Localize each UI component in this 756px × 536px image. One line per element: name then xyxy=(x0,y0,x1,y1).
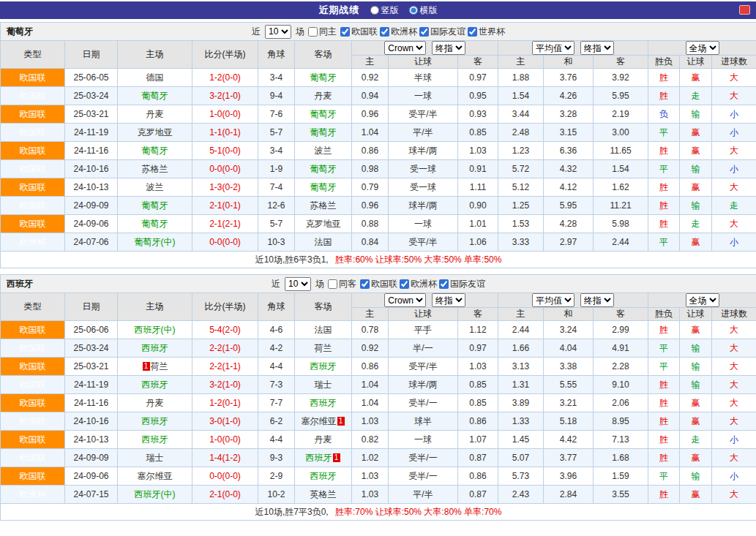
odds-home-cell: 0.98 xyxy=(352,160,389,178)
home-team-cell: 德国 xyxy=(118,69,192,87)
competition-filter[interactable]: 欧国联 xyxy=(340,26,378,38)
competition-filter[interactable]: 欧国联 xyxy=(359,278,397,290)
away-team-cell: 西班牙1 xyxy=(295,449,352,467)
avg-draw-cell: 4.32 xyxy=(544,160,594,178)
competition-filter[interactable]: 欧洲杯 xyxy=(399,278,437,290)
competition-checkbox[interactable] xyxy=(439,279,449,289)
competition-checkbox[interactable] xyxy=(419,27,429,37)
competition-checkbox[interactable] xyxy=(400,279,409,289)
horizontal-radio-input[interactable] xyxy=(409,6,418,15)
home-team-cell: 西班牙 xyxy=(118,339,192,358)
competition-label: 欧洲杯 xyxy=(391,26,417,38)
competition-checkbox[interactable] xyxy=(360,279,370,289)
bookmaker-select[interactable]: Crown xyxy=(384,293,426,307)
team-section-title: 西班牙 xyxy=(7,278,33,290)
avg-draw-cell: 6.36 xyxy=(544,142,594,160)
vertical-radio-input[interactable] xyxy=(370,6,379,15)
result-goals-cell: 小 xyxy=(712,233,756,252)
layout-vertical-radio[interactable]: 竖版 xyxy=(370,4,399,17)
col-result-goals: 进球数 xyxy=(712,56,756,69)
team-name: 荷兰 xyxy=(315,343,332,353)
competition-filter[interactable]: 世界杯 xyxy=(467,26,505,38)
handicap-final-odds-select[interactable]: 终指 xyxy=(432,41,465,55)
bookmaker-select[interactable]: Crown xyxy=(384,41,426,55)
home-team-cell: 丹麦 xyxy=(118,394,192,412)
odds-home-cell: 0.88 xyxy=(352,215,389,233)
same-venue-checkbox[interactable] xyxy=(308,27,318,37)
matches-label: 场 xyxy=(315,278,324,290)
europe-final-odds-select[interactable]: 终指 xyxy=(580,41,614,55)
match-type-badge: 欧国联 xyxy=(1,178,65,197)
europe-final-odds-select[interactable]: 终指 xyxy=(580,293,614,307)
result-goals-cell: 大 xyxy=(712,321,756,339)
result-handicap-cell: 赢 xyxy=(680,412,712,431)
competition-checkbox[interactable] xyxy=(380,27,389,37)
layout-horizontal-radio[interactable]: 横版 xyxy=(409,4,438,17)
recent-count-select[interactable]: 10 xyxy=(265,25,291,39)
team-name: 波兰 xyxy=(315,146,332,156)
odds-handicap-cell: 一球 xyxy=(389,215,458,233)
competition-filter[interactable]: 欧洲杯 xyxy=(379,26,417,38)
competition-checkbox[interactable] xyxy=(340,27,350,37)
red-indicator-icon[interactable] xyxy=(739,5,750,15)
odds-away-cell: 0.93 xyxy=(458,105,498,124)
same-venue-checkbox[interactable] xyxy=(328,279,337,289)
average-odds-select[interactable]: 平均值 xyxy=(532,293,575,307)
same-venue-filter[interactable]: 同主 xyxy=(307,26,337,38)
avg-home-cell: 2.48 xyxy=(498,124,544,142)
match-type-badge: 欧洲杯 xyxy=(1,233,65,252)
handicap-final-odds-select[interactable]: 终指 xyxy=(432,293,465,307)
average-odds-select[interactable]: 平均值 xyxy=(532,41,575,55)
odds-handicap-cell: 球半/两 xyxy=(389,376,458,394)
competition-filter[interactable]: 国际友谊 xyxy=(419,26,465,38)
result-wdl-cell: 平 xyxy=(648,233,680,252)
match-date: 24-09-06 xyxy=(65,467,118,486)
col-odds-home: 主 xyxy=(352,56,389,69)
fulltime-select[interactable]: 全场 xyxy=(686,293,719,307)
fulltime-select[interactable]: 全场 xyxy=(686,41,719,55)
result-goals-cell: 大 xyxy=(712,394,756,412)
result-wdl-cell: 胜 xyxy=(648,197,680,215)
avg-draw-cell: 3.77 xyxy=(544,449,594,467)
match-row: 欧国联 25-03-24 葡萄牙 3-2(1-0) 9-4 丹麦 0.94 一球… xyxy=(1,87,756,105)
team-name: 丹麦 xyxy=(146,398,164,408)
result-goals-cell: 走 xyxy=(712,197,756,215)
score-cell: 0-0(0-0) xyxy=(192,467,258,486)
result-group: 全场 xyxy=(648,41,756,56)
team-name: 波兰 xyxy=(146,182,164,192)
odds-handicap-cell: 平/半 xyxy=(389,486,458,504)
odds-away-cell: 1.07 xyxy=(458,431,498,449)
same-venue-filter[interactable]: 同客 xyxy=(327,278,356,290)
odds-home-cell: 0.94 xyxy=(352,87,389,105)
corner-cell: 7-6 xyxy=(258,105,295,124)
odds-away-cell: 1.01 xyxy=(458,215,498,233)
avg-away-cell: 3.55 xyxy=(594,486,648,504)
score-cell: 0-0(0-0) xyxy=(192,233,258,252)
home-team-cell: 葡萄牙(中) xyxy=(118,233,192,252)
away-team-cell: 西班牙 xyxy=(295,394,352,412)
score-cell: 1-0(0-0) xyxy=(192,105,258,124)
recent-count-select[interactable]: 10 xyxy=(285,277,311,291)
match-type-badge: 欧国联 xyxy=(1,412,65,431)
team-name: 德国 xyxy=(146,72,164,83)
avg-draw-cell: 4.26 xyxy=(544,87,594,105)
match-type-badge: 欧国联 xyxy=(1,467,65,486)
home-team-cell: 葡萄牙 xyxy=(118,142,192,160)
competition-filter[interactable]: 国际友谊 xyxy=(438,278,485,290)
team-name: 苏格兰 xyxy=(142,164,168,174)
match-row: 欧国联 25-06-06 西班牙(中) 5-4(2-0) 4-6 法国 0.78… xyxy=(1,321,756,339)
col-corner: 角球 xyxy=(258,293,295,321)
result-wdl-cell: 胜 xyxy=(648,486,680,504)
match-type-badge: 欧国联 xyxy=(1,376,65,394)
home-team-cell: 苏格兰 xyxy=(118,160,192,178)
odds-home-cell: 0.96 xyxy=(352,197,389,215)
col-avg-home: 主 xyxy=(498,308,544,321)
result-handicap-cell: 赢 xyxy=(680,394,712,412)
team-name: 葡萄牙 xyxy=(310,127,337,137)
odds-away-cell: 0.85 xyxy=(458,124,498,142)
col-away: 客场 xyxy=(295,293,352,321)
competition-checkbox[interactable] xyxy=(468,27,477,37)
odds-home-cell: 1.03 xyxy=(352,467,389,486)
match-type-badge: 欧国联 xyxy=(1,124,65,142)
match-row: 欧国联 24-11-16 丹麦 1-2(0-1) 7-7 西班牙 1.04 受半… xyxy=(1,394,756,412)
